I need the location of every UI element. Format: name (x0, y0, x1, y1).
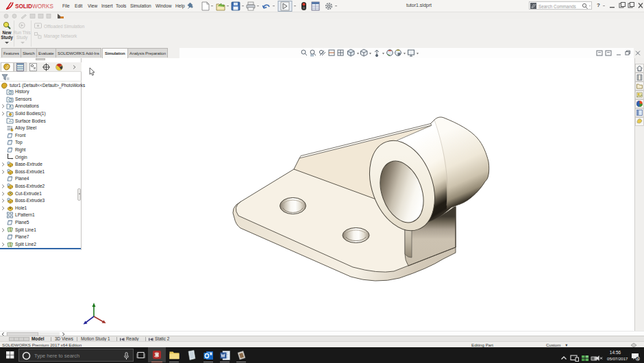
svg-text:4: 4 (636, 357, 639, 361)
